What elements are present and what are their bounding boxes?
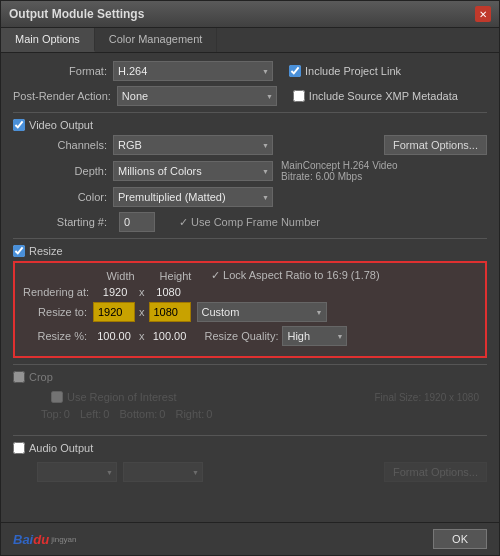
- channels-select[interactable]: RGB: [113, 135, 273, 155]
- audio-section: Audio Output Format Options...: [13, 442, 487, 484]
- starting-input[interactable]: [119, 212, 155, 232]
- rendering-row: Rendering at: 1920 x 1080: [23, 286, 477, 298]
- post-render-label: Post-Render Action:: [13, 90, 117, 102]
- starting-label: Starting #:: [13, 216, 113, 228]
- crop-section-label: Crop: [13, 371, 487, 383]
- window-title: Output Module Settings: [9, 7, 144, 21]
- use-roi-row: Use Region of Interest: [51, 391, 176, 403]
- audio-label: Audio Output: [29, 442, 93, 454]
- resize-to-row: Resize to: x Custom: [23, 302, 477, 322]
- audio-checkbox[interactable]: [13, 442, 25, 454]
- format-row: Format: H.264 Include Project Link: [13, 61, 487, 81]
- bottom-bar: Baidu jingyan OK: [1, 522, 499, 555]
- output-module-settings-window: Output Module Settings ✕ Main Options Co…: [0, 0, 500, 556]
- resize-preset-select[interactable]: Custom: [197, 302, 327, 322]
- include-project-link-row: Include Project Link: [289, 65, 401, 77]
- resize-section-label: Resize: [13, 245, 487, 257]
- color-label: Color:: [13, 191, 113, 203]
- include-xmp-checkbox[interactable]: [293, 90, 305, 102]
- crop-trbl-row: Top: 0 Left: 0 Bottom: 0 Right: 0: [21, 408, 479, 420]
- final-size-label: Final Size: 1920 x 1080: [374, 392, 479, 403]
- audio-options-row: Format Options...: [13, 458, 487, 484]
- x-sep-1: x: [139, 286, 145, 298]
- post-render-select[interactable]: None: [117, 86, 277, 106]
- resize-pct-row: Resize %: 100.00 x 100.00 Resize Quality…: [23, 326, 477, 346]
- tab-color-management[interactable]: Color Management: [95, 28, 218, 52]
- rendering-label: Rendering at:: [23, 286, 95, 298]
- crop-options-row: Use Region of Interest Final Size: 1920 …: [21, 391, 479, 403]
- info-line2: Bitrate: 6.00 Mbps: [281, 171, 398, 182]
- use-roi-checkbox[interactable]: [51, 391, 63, 403]
- col-width-head: Width: [93, 270, 148, 282]
- include-xmp-label: Include Source XMP Metadata: [309, 90, 458, 102]
- resize-pct-w: 100.00: [93, 330, 135, 342]
- x-sep-2: x: [139, 306, 145, 318]
- video-output-section: Video Output: [13, 119, 487, 131]
- rendering-h: 1080: [149, 286, 189, 298]
- bottom-value: 0: [159, 408, 175, 420]
- baidu-text2: du: [33, 532, 49, 547]
- channels-row: Channels: RGB Format Options...: [13, 135, 487, 155]
- use-roi-label: Use Region of Interest: [67, 391, 176, 403]
- crop-inner: Use Region of Interest Final Size: 1920 …: [13, 387, 487, 429]
- video-output-checkbox[interactable]: [13, 119, 25, 131]
- crop-label: Crop: [29, 371, 53, 383]
- baidu-sub: jingyan: [51, 535, 76, 544]
- audio-select-1[interactable]: [37, 462, 117, 482]
- include-project-link-checkbox[interactable]: [289, 65, 301, 77]
- x-sep-3: x: [139, 330, 145, 342]
- resize-pct-label: Resize %:: [23, 330, 93, 342]
- format-label: Format:: [13, 65, 113, 77]
- top-label: Top:: [41, 408, 64, 420]
- depth-select[interactable]: Millions of Colors: [113, 161, 273, 181]
- crop-checkbox[interactable]: [13, 371, 25, 383]
- top-value: 0: [64, 408, 80, 420]
- crop-section: Crop Use Region of Interest Final Size: …: [13, 371, 487, 429]
- quality-label: Resize Quality:: [205, 330, 279, 342]
- right-value: 0: [206, 408, 212, 420]
- starting-row: Starting #: ✓ Use Comp Frame Number: [13, 212, 487, 232]
- ok-button[interactable]: OK: [433, 529, 487, 549]
- format-select[interactable]: H.264: [113, 61, 273, 81]
- color-select[interactable]: Premultiplied (Matted): [113, 187, 273, 207]
- left-label: Left:: [80, 408, 103, 420]
- resize-h-input[interactable]: [149, 302, 191, 322]
- resize-to-label: Resize to:: [23, 306, 93, 318]
- resize-label: Resize: [29, 245, 63, 257]
- include-xmp-row: Include Source XMP Metadata: [293, 90, 458, 102]
- resize-box: Width Height ✓ Lock Aspect Ratio to 16:9…: [13, 261, 487, 358]
- baidu-logo: Baidu jingyan: [13, 532, 76, 547]
- resize-checkbox[interactable]: [13, 245, 25, 257]
- resize-w-input[interactable]: [93, 302, 135, 322]
- info-line1: MainConcept H.264 Video: [281, 160, 398, 171]
- include-project-link-label: Include Project Link: [305, 65, 401, 77]
- format-options-button[interactable]: Format Options...: [384, 135, 487, 155]
- lock-aspect-label: ✓ Lock Aspect Ratio to 16:9 (1.78): [211, 269, 380, 282]
- close-button[interactable]: ✕: [475, 6, 491, 22]
- title-bar: Output Module Settings ✕: [1, 1, 499, 28]
- resize-header-row: Width Height ✓ Lock Aspect Ratio to 16:9…: [23, 269, 477, 282]
- post-render-row: Post-Render Action: None Include Source …: [13, 86, 487, 106]
- depth-label: Depth:: [13, 165, 113, 177]
- left-value: 0: [103, 408, 119, 420]
- audio-select-2[interactable]: [123, 462, 203, 482]
- main-content: Format: H.264 Include Project Link Post-…: [1, 53, 499, 522]
- tabs-bar: Main Options Color Management: [1, 28, 499, 53]
- tab-main-options[interactable]: Main Options: [1, 28, 95, 52]
- rendering-w: 1920: [95, 286, 135, 298]
- right-label: Right:: [175, 408, 206, 420]
- audio-section-label: Audio Output: [13, 442, 487, 454]
- video-output-label: Video Output: [29, 119, 93, 131]
- color-row: Color: Premultiplied (Matted): [13, 187, 487, 207]
- use-comp-frame-label: ✓ Use Comp Frame Number: [179, 216, 320, 229]
- col-height-head: Height: [148, 270, 203, 282]
- baidu-text: Bai: [13, 532, 33, 547]
- bottom-label: Bottom:: [119, 408, 159, 420]
- resize-quality-select[interactable]: High: [282, 326, 347, 346]
- info-block: MainConcept H.264 Video Bitrate: 6.00 Mb…: [281, 160, 398, 182]
- depth-row: Depth: Millions of Colors MainConcept H.…: [13, 160, 487, 182]
- channels-label: Channels:: [13, 139, 113, 151]
- audio-format-options-button[interactable]: Format Options...: [384, 462, 487, 482]
- resize-pct-h: 100.00: [149, 330, 191, 342]
